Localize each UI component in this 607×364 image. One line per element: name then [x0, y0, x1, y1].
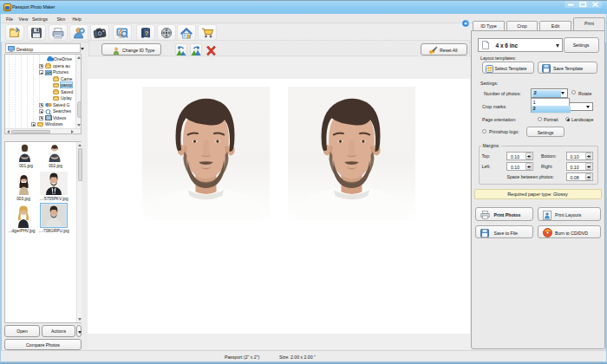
svg-text:?: ? — [145, 29, 149, 37]
